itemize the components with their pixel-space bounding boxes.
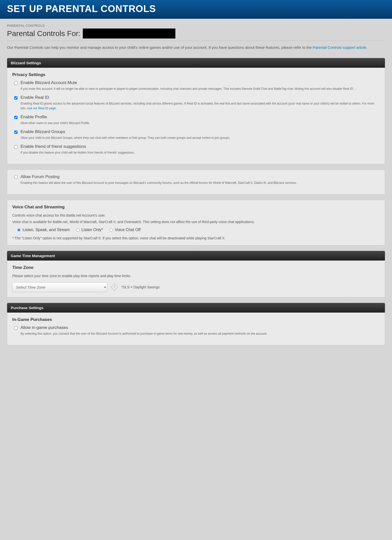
option-desc-text: Allow other users to see your child's Bl… bbox=[21, 121, 90, 125]
enable-blizzard-account-mute-label: Enable Blizzard Account Mute bbox=[21, 80, 380, 85]
option-desc-text: If you disable this feature your child w… bbox=[21, 151, 135, 154]
intro-after: . bbox=[366, 45, 367, 50]
enable-real-id-desc: Enabling Real ID grants access to the ad… bbox=[21, 102, 374, 110]
enable-profile-checkbox[interactable] bbox=[14, 116, 18, 119]
forum-desc: Enabling this feature will allow the use… bbox=[21, 181, 297, 185]
game-time-header: Game Time Management bbox=[7, 251, 385, 261]
enable-blizzard-groups-desc: Allow your child to join Blizzard Groups… bbox=[21, 136, 230, 140]
page-header-title: SET UP PARENTAL CONTROLS bbox=[7, 4, 385, 14]
purchase-settings-header: Purchase Settings bbox=[7, 303, 385, 313]
voice-desc1: Controls voice chat access for this Batt… bbox=[12, 213, 380, 218]
voice-listen-only--radio[interactable] bbox=[76, 228, 80, 232]
voice-heading: Voice Chat and Streaming bbox=[12, 205, 380, 210]
forum-panel: Allow Forum Posting Enabling this featur… bbox=[7, 170, 385, 194]
ingame-heading: In-Game Purchases bbox=[12, 317, 380, 322]
enable-profile-desc: Allow other users to see your child's Bl… bbox=[21, 121, 90, 125]
enable-profile-label: Enable Profile bbox=[21, 115, 380, 120]
enable-blizzard-account-mute-desc: If you mute this account, it will no lon… bbox=[21, 87, 354, 91]
voice-footnote: * The "Listen Only" option is not suppor… bbox=[12, 236, 380, 240]
enable-friend-of-friend-suggestions-desc: If you disable this feature your child w… bbox=[21, 151, 135, 154]
voice-listen-speak-and-stream-radio[interactable] bbox=[17, 228, 21, 232]
privacy-heading: Privacy Settings bbox=[12, 72, 380, 77]
privacy-settings-panel: Privacy Settings Enable Blizzard Account… bbox=[7, 68, 385, 164]
ingame-desc: By selecting this option, you consent th… bbox=[21, 332, 267, 335]
intro-before: Our Parental Controls can help you monit… bbox=[7, 45, 313, 50]
voice-listen-speak-and-stream-label: Listen, Speak, and Stream bbox=[23, 228, 70, 232]
enable-friend-of-friend-suggestions-label: Enable friend of friend suggestions bbox=[21, 144, 380, 149]
enable-blizzard-groups-checkbox[interactable] bbox=[14, 131, 18, 134]
intro-text: Our Parental Controls can help you monit… bbox=[7, 45, 385, 51]
enable-real-id-label: Enable Real ID bbox=[21, 95, 380, 100]
page-title-row: Parental Controls For: bbox=[7, 29, 385, 39]
timezone-select[interactable]: Select Time Zone bbox=[12, 282, 107, 292]
enable-real-id-checkbox[interactable] bbox=[14, 96, 18, 100]
support-article-link[interactable]: Parental Controls support article bbox=[313, 45, 366, 50]
option-desc-text: If you mute this account, it will no lon… bbox=[21, 87, 354, 91]
ingame-purchases-panel: In-Game Purchases Allow in-game purchase… bbox=[7, 313, 385, 345]
voice-radio-row: Listen, Speak, and StreamListen Only*Voi… bbox=[12, 228, 380, 232]
divider bbox=[7, 41, 385, 41]
enable-blizzard-account-mute-checkbox[interactable] bbox=[14, 82, 18, 85]
enable-blizzard-groups-label: Enable Blizzard Groups bbox=[21, 129, 380, 134]
account-name-redacted bbox=[83, 29, 175, 39]
breadcrumb: PARENTAL CONTROLS bbox=[7, 24, 385, 28]
voice-desc2: Voice chat is available for Battle.net, … bbox=[12, 219, 380, 225]
forum-label: Allow Forum Posting bbox=[21, 174, 380, 179]
enable-friend-of-friend-suggestions-checkbox[interactable] bbox=[14, 145, 18, 149]
ingame-label: Allow in-game purchases bbox=[21, 325, 380, 330]
page-title: Parental Controls For: bbox=[7, 29, 80, 38]
dls-note: *DLS = Daylight Savings bbox=[121, 285, 160, 289]
voice-voice-chat-off-label: Voice Chat Off bbox=[115, 228, 141, 232]
voice-listen-only--label: Listen Only* bbox=[82, 228, 103, 232]
allow-forum-posting-checkbox[interactable] bbox=[14, 176, 18, 179]
content-area: PARENTAL CONTROLS Parental Controls For:… bbox=[0, 19, 392, 361]
option-desc-after: . bbox=[56, 107, 57, 110]
info-icon: ! bbox=[111, 284, 118, 291]
option-desc-text: Allow your child to join Blizzard Groups… bbox=[21, 136, 230, 140]
blizzard-settings-header: Blizzard Settings bbox=[7, 58, 385, 68]
timezone-panel: Time Zone Please select your time zone t… bbox=[7, 261, 385, 297]
option-desc-text: Enabling Real ID grants access to the ad… bbox=[21, 102, 374, 110]
voice-voice-chat-off-radio[interactable] bbox=[110, 228, 113, 232]
allow-ingame-purchases-checkbox[interactable] bbox=[14, 326, 18, 330]
voice-chat-panel: Voice Chat and Streaming Controls voice … bbox=[7, 200, 385, 246]
option-desc-link[interactable]: visit our Real ID page bbox=[27, 107, 56, 110]
tz-desc: Please select your time zone to enable p… bbox=[12, 273, 380, 279]
header-bar: SET UP PARENTAL CONTROLS bbox=[0, 0, 392, 19]
tz-heading: Time Zone bbox=[12, 265, 380, 270]
